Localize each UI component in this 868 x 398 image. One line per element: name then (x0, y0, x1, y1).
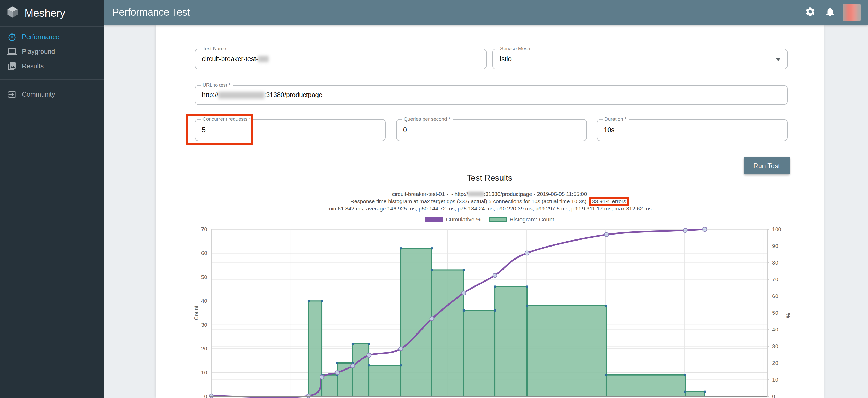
sidebar-item-label: Community (22, 91, 55, 98)
sidebar-item-label: Playground (22, 48, 55, 55)
legend-label: Cumulative % (446, 216, 481, 223)
url-field[interactable]: URL to test * http://:31380/productpage (195, 85, 787, 105)
main-content: Test Name circuit-breaker-test- Service … (104, 25, 868, 398)
redacted-text (468, 192, 484, 196)
svg-text:60: 60 (201, 250, 207, 256)
service-mesh-select[interactable]: Service Mesh Istio (492, 48, 787, 69)
svg-text:20: 20 (772, 360, 778, 366)
test-results-heading: Test Results (155, 173, 824, 183)
test-name-field[interactable]: Test Name circuit-breaker-test- (195, 48, 486, 69)
queries-per-second-value: 0 (403, 120, 571, 140)
sidebar-item-label: Performance (22, 33, 59, 41)
avatar-image (843, 4, 861, 22)
concurrent-requests-field[interactable]: Concurrent requests * 5 (195, 119, 385, 141)
topbar-actions (804, 4, 868, 22)
svg-text:100: 100 (772, 226, 781, 232)
sidebar-item-playground[interactable]: Playground (0, 44, 104, 59)
duration-field[interactable]: Duration * 10s (596, 119, 787, 141)
sidebar-nav: Performance Playground Results Community (0, 27, 104, 102)
meshery-logo-icon (6, 5, 19, 21)
sidebar: Meshery Performance Playground Results (0, 0, 104, 398)
url-value-prefix: http:// (202, 91, 218, 99)
svg-text:40: 40 (772, 326, 778, 332)
legend-label: Histogram: Count (509, 216, 554, 223)
redacted-text (258, 56, 269, 62)
chart-title-line3: min 61.842 ms, average 146.925 ms, p50 1… (155, 205, 824, 211)
page-title: Performance Test (104, 7, 804, 18)
svg-text:70: 70 (772, 276, 778, 282)
errors-annotation: 33.91% errors (589, 197, 629, 205)
results-gallery-icon (7, 62, 17, 71)
sidebar-divider (0, 79, 104, 80)
sidebar-item-results[interactable]: Results (0, 59, 104, 74)
svg-text:40: 40 (201, 298, 207, 304)
svg-text:80: 80 (772, 260, 778, 266)
sidebar-item-community[interactable]: Community (0, 87, 104, 102)
chart-legend: Cumulative % Histogram: Count (155, 216, 824, 223)
svg-text:50: 50 (772, 310, 778, 316)
svg-text:0: 0 (772, 393, 775, 398)
sidebar-item-label: Results (22, 63, 43, 70)
histogram-chart[interactable]: 0102030405060700102030405060708090100Cou… (190, 226, 792, 398)
stopwatch-icon (7, 32, 17, 42)
settings-button[interactable] (804, 6, 816, 19)
brand-title: Meshery (25, 7, 65, 19)
cumulative-swatch-icon (425, 217, 443, 222)
svg-text:20: 20 (201, 345, 207, 352)
svg-text:10: 10 (201, 369, 207, 375)
sidebar-item-performance[interactable]: Performance (0, 30, 104, 44)
notifications-button[interactable] (824, 6, 836, 19)
service-mesh-value: Istio (500, 49, 772, 69)
legend-item-histogram[interactable]: Histogram: Count (489, 216, 554, 223)
chart-title-block: circuit-breaker-test-01 -_- http://:3138… (155, 191, 824, 211)
legend-item-cumulative[interactable]: Cumulative % (425, 216, 481, 223)
concurrent-requests-value: 5 (202, 120, 370, 140)
chart-title-line1: circuit-breaker-test-01 -_- http://:3138… (155, 191, 824, 197)
exit-to-app-icon (7, 90, 17, 99)
queries-per-second-field[interactable]: Queries per second * 0 (396, 119, 587, 141)
url-value-suffix: :31380/productpage (265, 91, 322, 99)
svg-text:30: 30 (772, 343, 778, 349)
redacted-text (218, 92, 265, 98)
chevron-down-icon (775, 58, 780, 61)
svg-text:90: 90 (772, 243, 778, 249)
chart-canvas: 0102030405060700102030405060708090100Cou… (190, 226, 792, 398)
svg-text:10: 10 (772, 376, 778, 383)
svg-text:%: % (785, 313, 791, 318)
svg-text:Count: Count (193, 305, 199, 320)
svg-text:30: 30 (201, 322, 207, 328)
svg-text:0: 0 (204, 393, 207, 398)
app-window: Meshery Performance Playground Results (0, 0, 868, 398)
laptop-icon (7, 47, 17, 57)
user-avatar[interactable] (843, 4, 861, 22)
chart-title-line2: Response time histogram at max target qp… (155, 197, 824, 205)
brand[interactable]: Meshery (0, 0, 104, 27)
run-test-button[interactable]: Run Test (743, 157, 790, 174)
test-name-value: circuit-breaker-test- (202, 55, 258, 63)
svg-text:70: 70 (201, 226, 207, 232)
svg-text:50: 50 (201, 274, 207, 280)
top-bar: Performance Test (104, 0, 868, 25)
histogram-swatch-icon (489, 217, 507, 222)
bell-icon (825, 6, 835, 19)
gear-icon (805, 6, 815, 19)
svg-text:60: 60 (772, 293, 778, 299)
performance-test-card: Test Name circuit-breaker-test- Service … (155, 25, 824, 398)
duration-value: 10s (604, 120, 772, 140)
